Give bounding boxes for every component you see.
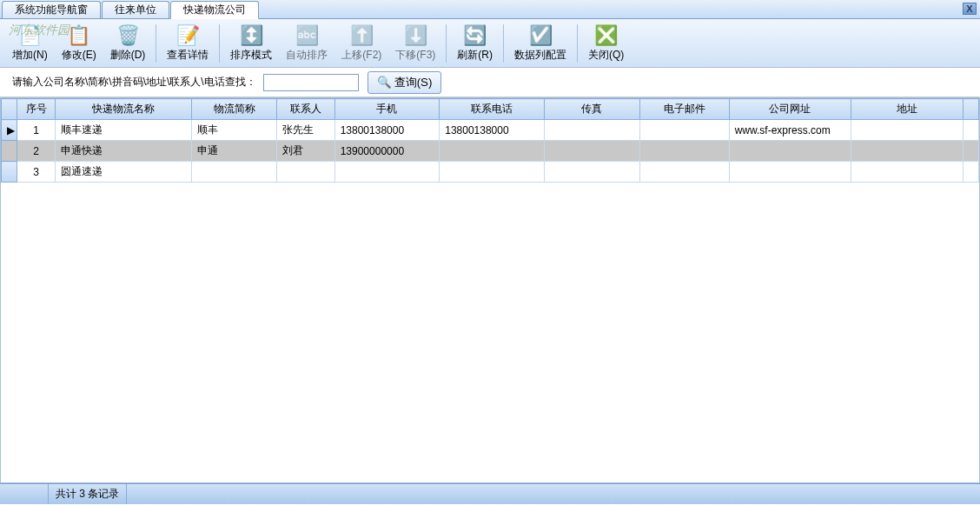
col-phone-header[interactable]: 联系电话 <box>440 99 545 120</box>
detail-label: 查看详情 <box>167 48 209 63</box>
cell-name[interactable]: 申通快递 <box>56 141 192 162</box>
refresh-icon: 🔄 <box>463 24 487 47</box>
cell-seq[interactable]: 3 <box>17 162 56 183</box>
cell-fax[interactable] <box>544 141 639 162</box>
sort-mode-label: 排序模式 <box>230 48 272 63</box>
cell-mobile[interactable]: 13800138000 <box>334 120 440 141</box>
col-contact-header[interactable]: 联系人 <box>277 99 334 120</box>
cell-seq[interactable]: 2 <box>17 141 56 162</box>
edit-button[interactable]: 📋 修改(E) <box>55 22 103 65</box>
table-header-row: 序号 快递物流名称 物流简称 联系人 手机 联系电话 传真 电子邮件 公司网址 … <box>2 99 979 120</box>
cell-addr[interactable] <box>851 120 963 141</box>
tab-bar: 系统功能导航窗 往来单位 快递物流公司 X <box>0 0 980 19</box>
sort-mode-button[interactable]: ↕️ 排序模式 <box>223 22 279 65</box>
row-handle[interactable] <box>2 141 17 162</box>
tab-system-nav[interactable]: 系统功能导航窗 <box>2 1 101 18</box>
cell-phone[interactable] <box>440 141 545 162</box>
data-table-container[interactable]: 序号 快递物流名称 物流简称 联系人 手机 联系电话 传真 电子邮件 公司网址 … <box>0 97 980 483</box>
row-handle[interactable]: ▶ <box>2 120 17 141</box>
col-short-header[interactable]: 物流简称 <box>191 99 276 120</box>
cell-contact[interactable] <box>277 162 334 183</box>
separator <box>219 24 220 63</box>
refresh-button[interactable]: 🔄 刷新(R) <box>450 22 500 65</box>
tab-express-company[interactable]: 快递物流公司 <box>170 1 259 19</box>
row-handle-header[interactable] <box>2 99 17 120</box>
cell-name[interactable]: 顺丰速递 <box>56 120 192 141</box>
cell-fax[interactable] <box>544 162 639 183</box>
cell-website[interactable] <box>729 162 851 183</box>
cell-fax[interactable] <box>544 120 639 141</box>
add-icon: 📄 <box>18 24 42 47</box>
search-input[interactable] <box>263 74 359 91</box>
cell-short[interactable]: 顺丰 <box>191 120 276 141</box>
data-table: 序号 快递物流名称 物流简称 联系人 手机 联系电话 传真 电子邮件 公司网址 … <box>1 98 979 183</box>
separator <box>503 24 504 63</box>
close-label: 关闭(Q) <box>588 48 624 63</box>
tab-contacts[interactable]: 往来单位 <box>102 1 169 18</box>
move-down-label: 下移(F3) <box>395 48 435 63</box>
separator <box>446 24 447 63</box>
search-button[interactable]: 🔍 查询(S) <box>368 71 442 94</box>
cell-email[interactable] <box>640 162 729 183</box>
cell-phone[interactable] <box>440 162 545 183</box>
col-mobile-header[interactable]: 手机 <box>334 99 440 120</box>
status-count: 共计 3 条记录 <box>49 484 127 504</box>
edit-icon: 📋 <box>67 24 90 47</box>
close-icon: ❎ <box>594 24 618 47</box>
add-button[interactable]: 📄 增加(N) <box>5 22 55 65</box>
col-name-header[interactable]: 快递物流名称 <box>56 99 192 120</box>
toolbar: 河东软件园 📄 增加(N) 📋 修改(E) 🗑️ 删除(D) 📝 查看详情 ↕️… <box>0 19 980 68</box>
close-window-button[interactable]: X <box>963 3 977 15</box>
detail-icon: 📝 <box>176 24 200 47</box>
search-icon: 🔍 <box>377 76 392 89</box>
cell-end <box>963 141 978 162</box>
auto-sort-icon: 🔤 <box>295 24 319 47</box>
cell-short[interactable]: 申通 <box>191 141 276 162</box>
table-row[interactable]: 2 申通快递 申通 刘君 13900000000 <box>2 141 979 162</box>
table-row[interactable]: ▶ 1 顺丰速递 顺丰 张先生 13800138000 13800138000 … <box>2 120 979 141</box>
move-down-icon: ⬇️ <box>404 24 427 47</box>
search-bar: 请输入公司名称\简称\拼音码\地址\联系人\电话查找： 🔍 查询(S) <box>0 68 980 97</box>
detail-button[interactable]: 📝 查看详情 <box>160 22 215 65</box>
cell-website[interactable]: www.sf-express.com <box>729 120 851 141</box>
col-website-header[interactable]: 公司网址 <box>729 99 851 120</box>
cell-contact[interactable]: 刘君 <box>277 141 334 162</box>
cell-website[interactable] <box>729 141 851 162</box>
move-down-button: ⬇️ 下移(F3) <box>388 22 442 65</box>
auto-sort-button: 🔤 自动排序 <box>279 22 334 65</box>
delete-label: 删除(D) <box>110 48 146 63</box>
cell-mobile[interactable]: 13900000000 <box>334 141 440 162</box>
search-label: 请输入公司名称\简称\拼音码\地址\联系人\电话查找： <box>12 75 256 90</box>
cell-contact[interactable]: 张先生 <box>277 120 334 141</box>
cell-end <box>963 120 978 141</box>
col-email-header[interactable]: 电子邮件 <box>640 99 729 120</box>
move-up-button: ⬆️ 上移(F2) <box>334 22 388 65</box>
move-up-icon: ⬆️ <box>350 24 374 47</box>
cell-seq[interactable]: 1 <box>17 120 56 141</box>
row-handle[interactable] <box>2 162 17 183</box>
col-fax-header[interactable]: 传真 <box>544 99 639 120</box>
cell-phone[interactable]: 13800138000 <box>440 120 545 141</box>
cell-mobile[interactable] <box>334 162 440 183</box>
delete-icon: 🗑️ <box>116 24 140 47</box>
refresh-label: 刷新(R) <box>457 48 493 63</box>
col-addr-header[interactable]: 地址 <box>851 99 963 120</box>
cell-end <box>963 162 978 183</box>
cell-addr[interactable] <box>851 141 963 162</box>
delete-button[interactable]: 🗑️ 删除(D) <box>103 22 153 65</box>
cell-addr[interactable] <box>851 162 963 183</box>
edit-label: 修改(E) <box>62 48 96 63</box>
table-row[interactable]: 3 圆通速递 <box>2 162 979 183</box>
cell-email[interactable] <box>640 120 729 141</box>
columns-icon: ☑️ <box>529 24 553 47</box>
move-up-label: 上移(F2) <box>341 48 381 63</box>
separator <box>156 24 156 63</box>
columns-button[interactable]: ☑️ 数据列配置 <box>507 22 573 65</box>
cell-short[interactable] <box>191 162 276 183</box>
col-seq-header[interactable]: 序号 <box>17 99 56 120</box>
add-label: 增加(N) <box>12 48 48 63</box>
cell-email[interactable] <box>640 141 729 162</box>
close-button[interactable]: ❎ 关闭(Q) <box>581 22 631 65</box>
status-cell-left <box>0 484 49 504</box>
cell-name[interactable]: 圆通速递 <box>56 162 192 183</box>
